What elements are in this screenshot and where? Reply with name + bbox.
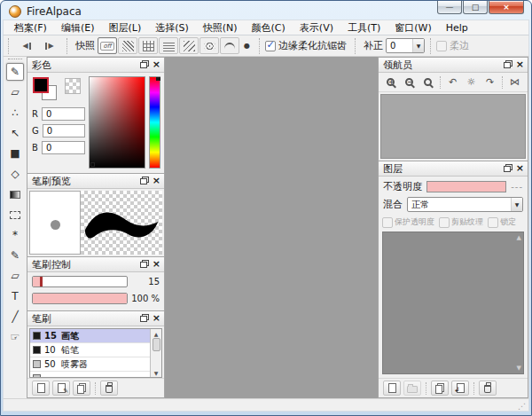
snap-point-icon[interactable]: ● — [244, 42, 250, 50]
snap-circle-button[interactable] — [200, 37, 219, 54]
snap-vanishing-button[interactable] — [159, 37, 178, 54]
snap-parallel-button[interactable] — [118, 37, 137, 54]
correction-dropdown[interactable]: 0 ▼ — [386, 38, 425, 53]
brush-item-1[interactable]: 10 铅笔 — [30, 343, 150, 357]
app-icon[interactable] — [9, 5, 21, 18]
layer-list[interactable]: ▲ ▼ — [382, 232, 524, 374]
prev-snapshot-button[interactable]: ◀ — [15, 38, 38, 54]
next-snapshot-button[interactable]: ▶ — [38, 38, 61, 54]
protect-alpha-checkbox[interactable] — [382, 217, 393, 228]
close-icon[interactable]: × — [153, 314, 160, 323]
menu-window[interactable]: 窗口(W) — [387, 20, 438, 36]
flip-horizontal-button[interactable]: ⋈ — [506, 75, 523, 90]
snap-curve-button[interactable] — [220, 37, 239, 54]
antialias-checkbox[interactable] — [265, 41, 276, 51]
close-icon[interactable]: × — [153, 177, 160, 185]
close-icon[interactable]: × — [516, 60, 524, 69]
eraser-tool[interactable]: ▱ — [6, 83, 24, 101]
float-icon[interactable] — [140, 316, 147, 322]
select-pen-tool[interactable]: ✎ — [6, 247, 24, 264]
zoom-in-button[interactable]: + — [382, 75, 399, 90]
brush-item-0[interactable]: 15 画笔 — [30, 329, 150, 343]
transparent-color-swatch[interactable] — [65, 78, 81, 94]
fill-tool[interactable]: ■ — [6, 145, 24, 162]
lock-checkbox[interactable] — [488, 217, 498, 228]
duplicate-brush-button[interactable] — [73, 381, 90, 396]
select-eraser-tool[interactable]: ▱ — [6, 267, 24, 285]
brush-item-partial[interactable] — [30, 372, 150, 377]
foreground-color-swatch[interactable] — [33, 77, 49, 93]
close-icon[interactable]: × — [153, 60, 160, 69]
add-folder-button[interactable] — [403, 381, 421, 396]
add-brush-button[interactable] — [32, 381, 50, 396]
close-icon[interactable]: × — [516, 164, 524, 173]
float-icon[interactable] — [504, 166, 511, 172]
zoom-reset-button[interactable] — [419, 75, 436, 90]
menu-tool[interactable]: 工具(T) — [340, 20, 387, 36]
scrollbar-thumb[interactable] — [153, 338, 160, 351]
dot-tool[interactable]: ∴ — [6, 104, 24, 122]
menu-layer[interactable]: 图层(L) — [101, 20, 148, 36]
select-tool[interactable] — [6, 206, 24, 224]
menu-color[interactable]: 颜色(C) — [245, 20, 293, 36]
minimize-button[interactable]: — — [437, 1, 462, 14]
clipping-checkbox[interactable] — [439, 217, 450, 228]
navigator-preview[interactable] — [380, 94, 526, 159]
snap-off-button[interactable]: off — [98, 37, 117, 54]
scroll-down-icon[interactable]: ▼ — [154, 368, 159, 377]
scroll-down-icon[interactable]: ▼ — [517, 365, 521, 372]
brush-item-2[interactable]: 50 喷雾器 — [30, 357, 150, 372]
brush-opacity-slider[interactable] — [32, 293, 128, 304]
title-bar[interactable]: FireAlpaca — □ × — [3, 1, 529, 20]
menu-view[interactable]: 表示(V) — [293, 20, 340, 36]
menu-select[interactable]: 选择(S) — [148, 20, 196, 36]
brush-size-slider[interactable] — [32, 276, 128, 287]
menu-edit[interactable]: 编辑(E) — [54, 20, 102, 36]
hue-slider[interactable] — [149, 76, 160, 169]
snap-crisscross-button[interactable] — [138, 37, 158, 54]
float-icon[interactable] — [140, 62, 147, 68]
saturation-value-picker[interactable] — [89, 76, 145, 169]
scroll-up-icon[interactable]: ▲ — [154, 329, 159, 338]
add-layer-button[interactable] — [383, 381, 401, 396]
r-input[interactable]: 0 — [42, 107, 85, 121]
menu-snap[interactable]: 快照(N) — [196, 20, 245, 36]
magic-wand-tool[interactable]: * — [6, 226, 24, 244]
blend-mode-dropdown[interactable]: 正常 ▼ — [407, 197, 523, 212]
edit-brush-button[interactable]: ✎ — [52, 381, 70, 396]
scroll-up-icon[interactable]: ▲ — [517, 234, 521, 241]
delete-layer-button[interactable] — [479, 381, 497, 396]
delete-brush-button[interactable] — [100, 381, 118, 396]
gradient-tool[interactable] — [6, 185, 24, 203]
palette-grip[interactable] — [8, 59, 22, 59]
toolbar-grip[interactable] — [8, 38, 12, 54]
float-icon[interactable] — [140, 178, 147, 184]
rotate-ccw-button[interactable]: ↶ — [444, 75, 461, 90]
close-button[interactable]: × — [489, 1, 524, 14]
canvas-area[interactable] — [165, 57, 378, 398]
g-input[interactable]: 0 — [43, 124, 85, 137]
text-tool[interactable]: T — [6, 287, 24, 305]
zoom-out-button[interactable]: − — [401, 75, 418, 90]
menu-help[interactable]: Help — [439, 20, 475, 35]
rotate-reset-button[interactable]: ☼ — [463, 75, 480, 90]
brush-list-scrollbar[interactable]: ▲ ▼ — [150, 329, 161, 377]
maximize-button[interactable]: □ — [463, 1, 488, 14]
opacity-slider[interactable] — [426, 181, 506, 192]
b-input[interactable]: 0 — [42, 141, 85, 154]
menu-file[interactable]: 档案(F) — [7, 20, 54, 36]
float-icon[interactable] — [140, 262, 147, 268]
merge-layer-button[interactable]: ↲ — [451, 381, 469, 396]
hand-tool[interactable]: ☞ — [6, 328, 24, 346]
snap-radial-button[interactable] — [179, 37, 199, 54]
pen-tool[interactable]: ✎ — [6, 63, 24, 81]
move-tool[interactable]: ↖ — [6, 124, 24, 142]
bucket-tool[interactable]: ◇ — [6, 165, 24, 183]
rotate-cw-button[interactable]: ↷ — [481, 75, 498, 90]
float-icon[interactable] — [504, 62, 511, 68]
eyedropper-tool[interactable]: ╱ — [6, 308, 24, 326]
resize-grip[interactable]: ⋰ — [518, 403, 526, 410]
soft-edge-checkbox[interactable] — [436, 41, 447, 51]
close-icon[interactable]: × — [153, 260, 160, 269]
duplicate-layer-button[interactable] — [431, 381, 449, 396]
